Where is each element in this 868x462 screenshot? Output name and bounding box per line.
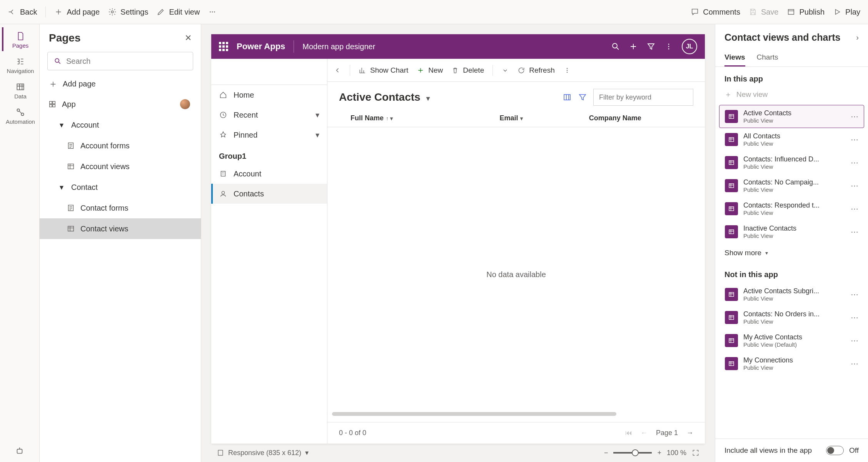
cmd-refresh[interactable]: Refresh [517,66,555,75]
rail-automation[interactable]: Automation [2,103,37,127]
header-more[interactable] [664,42,673,51]
edit-columns-button[interactable] [563,93,572,102]
tab-charts[interactable]: Charts [757,50,778,66]
in-app-item[interactable]: Contacts: Responded t... Public View ⋯ [719,197,864,220]
nav-pinned[interactable]: Pinned ▾ [211,125,327,145]
view-more-button[interactable]: ⋯ [851,158,858,167]
nav-home[interactable]: Home [211,85,327,105]
rail-bot-button[interactable] [8,440,31,462]
play-button[interactable]: Play [833,8,860,17]
user-avatar[interactable]: JL [682,39,697,54]
header-add[interactable] [629,42,638,51]
cmd-more[interactable] [563,66,571,74]
view-more-button[interactable]: ⋯ [851,336,858,345]
nav-account-label: Account [234,170,261,178]
zoom-in[interactable]: + [657,449,661,457]
close-pages-button[interactable]: ✕ [185,33,192,43]
rail-auto-label: Automation [6,118,35,125]
nav-recent[interactable]: Recent ▾ [211,105,327,125]
tree-contact[interactable]: ▾ Contact [40,177,201,198]
svg-rect-13 [53,105,55,107]
show-more-button[interactable]: Show more ▾ [715,243,868,263]
rail-data[interactable]: Data [2,78,37,102]
view-more-button[interactable]: ⋯ [851,227,858,236]
collapse-right-panel[interactable]: › [856,33,859,42]
new-view-button[interactable]: ＋ New view [715,87,868,105]
col-company[interactable]: Company Name [589,114,693,122]
cmd-delete[interactable]: Delete [451,66,484,75]
view-more-button[interactable]: ⋯ [851,135,858,144]
cmd-new[interactable]: New [417,66,443,75]
responsive-chevron[interactable]: ▾ [305,449,309,457]
svg-rect-4 [788,10,794,15]
add-page-button[interactable]: Add page [54,8,100,17]
include-all-toggle[interactable] [826,446,844,455]
chevron-down-icon: ▾ [57,120,66,130]
app-launcher[interactable] [219,42,228,51]
chevron-down-icon: ▾ [426,95,430,102]
nav-contacts[interactable]: Contacts [211,184,327,204]
not-in-app-item[interactable]: My Active Contacts Public View (Default)… [719,329,864,352]
tree-contact-views[interactable]: Contact views [40,218,201,239]
rail-navigation[interactable]: Navigation [2,53,37,76]
tree-account[interactable]: ▾ Account [40,115,201,135]
nav-account[interactable]: Account [211,164,327,184]
in-app-item[interactable]: Inactive Contacts Public View ⋯ [719,220,864,243]
col-full-name[interactable]: Full Name↑ ▾ [339,114,499,122]
header-search[interactable] [611,42,620,51]
view-more-button[interactable]: ⋯ [851,181,858,190]
svg-point-19 [668,44,669,45]
header-filter[interactable] [646,42,656,51]
tree-account-views[interactable]: Account views [40,156,201,177]
filter-input-wrap[interactable] [593,89,693,106]
zoom-slider[interactable] [613,452,652,454]
page-prev[interactable]: ← [641,429,648,437]
in-app-item[interactable]: Active Contacts Public View ⋯ [719,105,864,128]
rail-pages[interactable]: Pages [2,27,37,51]
svg-rect-39 [729,362,734,366]
view-more-button[interactable]: ⋯ [851,204,858,213]
save-button[interactable]: Save [749,8,779,17]
view-more-button[interactable]: ⋯ [851,290,858,299]
view-sub: Public View (Default) [743,341,845,348]
settings-button[interactable]: Settings [108,8,148,17]
cmd-show-chart[interactable]: Show Chart [359,66,408,75]
tab-views[interactable]: Views [724,50,745,66]
cmd-split-chevron[interactable] [501,66,509,74]
page-next[interactable]: → [686,429,693,437]
view-icon [725,179,738,192]
overflow-button[interactable] [208,8,217,16]
filter-input[interactable] [599,93,688,101]
publish-button[interactable]: Publish [787,8,825,17]
cmd-back[interactable] [334,66,341,74]
view-selector[interactable]: Active Contacts ▾ [339,91,430,103]
view-more-button[interactable]: ⋯ [851,112,858,121]
col-email[interactable]: Email▾ [499,114,589,122]
zoom-out[interactable]: − [604,449,608,457]
table-icon [67,224,75,233]
edit-view-button[interactable]: Edit view [157,8,200,17]
pages-search[interactable] [47,52,193,70]
tree-account-forms[interactable]: Account forms [40,135,201,156]
in-app-item[interactable]: All Contacts Public View ⋯ [719,128,864,151]
pages-search-input[interactable] [66,57,187,66]
back-button[interactable]: Back [8,8,37,17]
in-app-item[interactable]: Contacts: No Campaig... Public View ⋯ [719,174,864,197]
rail-pages-label: Pages [12,42,29,49]
view-icon [725,202,738,215]
filter-button[interactable] [578,93,587,102]
tree-app[interactable]: App [40,94,201,115]
not-in-app-item[interactable]: Contacts: No Orders in... Public View ⋯ [719,306,864,329]
nav-recent-label: Recent [234,111,258,120]
in-app-item[interactable]: Contacts: Influenced D... Public View ⋯ [719,151,864,174]
pages-add-button[interactable]: Add page [40,74,201,94]
not-in-app-item[interactable]: Active Contacts Subgri... Public View ⋯ [719,283,864,306]
view-more-button[interactable]: ⋯ [851,359,858,368]
page-first[interactable]: ⏮ [625,429,632,437]
not-in-app-item[interactable]: My Connections Public View ⋯ [719,352,864,375]
horizontal-scrollbar[interactable] [332,412,616,416]
view-more-button[interactable]: ⋯ [851,313,858,322]
tree-contact-forms[interactable]: Contact forms [40,198,201,218]
comments-button[interactable]: Comments [691,8,740,17]
fit-button[interactable] [692,449,699,457]
